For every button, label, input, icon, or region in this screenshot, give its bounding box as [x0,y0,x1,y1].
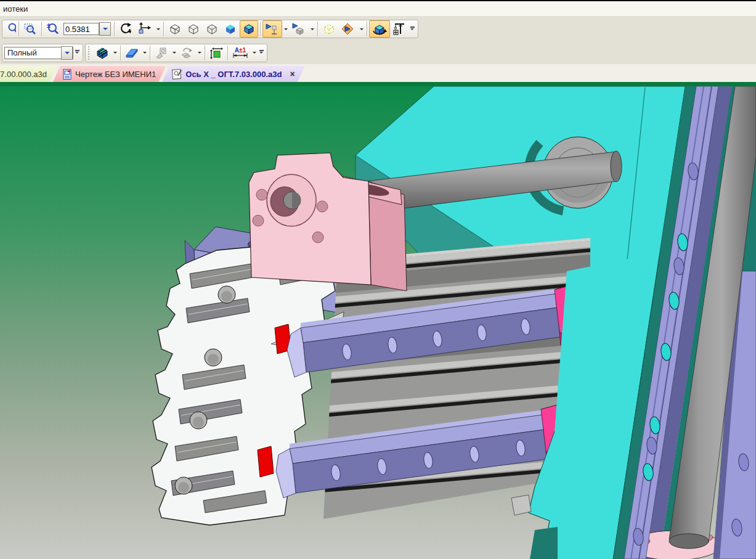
menu-bar: иотеки [0,1,756,17]
measure-cube-button[interactable] [207,44,226,62]
section-view-button[interactable] [338,20,358,38]
solid-wedge-button[interactable] [123,44,141,62]
view-mode-combobox[interactable]: Полный [4,47,73,59]
move-component-button[interactable] [177,44,196,62]
toolbar-overflow-button[interactable] [73,45,81,61]
wireframe-button[interactable] [166,20,184,38]
separator [260,22,261,36]
separator [120,46,121,60]
tab-label: Чертеж БЕЗ ИМЕНИ1 [75,70,156,79]
headlight-button[interactable] [289,20,309,38]
wireframe-no-hidden-button[interactable] [184,20,203,38]
orientation-button[interactable] [369,20,390,38]
section-hatch-dropdown[interactable] [112,45,118,61]
separator [114,22,115,36]
viewport-top-border [0,82,756,86]
pan-dropdown[interactable] [155,21,161,37]
rotate-view-button[interactable] [116,20,135,38]
tab-document-2[interactable]: Чертеж БЕЗ ИМЕНИ1 [53,66,166,82]
separator [18,22,19,36]
cad-model-canvas [0,86,756,559]
section-hatch-cube-icon [96,46,109,60]
separator [317,22,318,36]
headlight-icon [291,22,306,36]
zoom-by-frame-button[interactable] [21,20,39,38]
mate-constraint-dropdown[interactable] [171,45,177,61]
headlight-dropdown[interactable] [309,21,315,37]
tab-document-3-active[interactable]: Ось X _ ОГТ.7.03.000.a3d × [162,66,304,82]
section-hatch-cube-button[interactable] [93,44,112,62]
wireframe-thin-hidden-icon [205,22,219,36]
wireframe-no-hidden-icon [187,22,200,36]
pan-view-button[interactable] [135,20,155,38]
wireframe-thin-hidden-button[interactable] [203,20,221,38]
section-view-icon [341,22,356,36]
wireframe-cube-icon [168,22,182,36]
display-toolbar: Полный [0,41,756,64]
toolbar-overflow-button[interactable] [408,21,416,37]
drawing-document-icon [63,69,72,80]
tab-label: Ось X _ ОГТ.7.03.000.a3d [185,70,282,79]
scale-dropdown-button[interactable] [99,22,111,36]
rotate-view-icon [119,22,132,36]
toolbar-overflow-button[interactable] [258,45,265,61]
shaded-with-edges-icon [242,22,256,36]
zoom-by-frame-icon [23,22,37,36]
macro-crane-icon [392,22,406,36]
view-toolbar: ± [0,17,756,41]
assembly-document-icon [172,68,182,80]
mate-constraint-icon [155,46,168,60]
view-mode-value: Полный [7,48,37,57]
dimension-tolerance-dropdown[interactable] [251,45,258,61]
mate-constraint-button[interactable] [152,44,171,62]
tab-close-button[interactable]: × [290,69,295,79]
toolbar-grip[interactable] [88,46,91,60]
dimension-tolerance-icon: A±1 [235,47,246,53]
dimension-arrows-glyph [232,53,248,59]
document-tab-bar: Т.7.00.000.a3d Чертеж БЕЗ ИМЕНИ1 Ось X _… [0,64,756,82]
perspective-dropdown[interactable] [282,21,289,37]
tab-label: Т.7.00.000.a3d [0,70,47,79]
solid-wedge-dropdown[interactable] [141,45,148,61]
measure-cube-icon [209,46,223,60]
separator [205,46,205,60]
dimensions-cube-icon [322,22,336,36]
pan-view-icon [137,22,152,36]
separator [227,46,228,60]
dimensions-cube-button[interactable] [320,20,338,38]
perspective-light-icon [265,22,280,36]
separator [41,22,42,36]
scale-input[interactable] [63,23,99,35]
section-dropdown[interactable] [358,21,365,37]
separator [163,22,164,36]
move-component-icon [180,46,193,60]
shaded-with-edges-button[interactable] [240,20,258,38]
shaded-cube-icon [224,22,237,36]
shaded-button[interactable] [221,20,240,38]
zoom-in-out-button[interactable]: ± [44,20,62,38]
solid-wedge-icon [125,46,139,60]
macro-crane-button[interactable] [390,20,408,38]
view-mode-dropdown-button[interactable] [61,46,73,60]
3d-viewport[interactable] [0,86,756,559]
orientation-cube-icon [372,22,388,36]
dimension-tolerance-button[interactable]: A±1 [230,44,251,62]
zoom-in-icon [5,22,16,36]
zoom-in-button[interactable] [4,20,17,38]
selected-face-highlight-2[interactable] [258,446,274,477]
menu-item-libraries[interactable]: иотеки [3,4,28,14]
perspective-button[interactable] [262,20,282,38]
tab-document-1[interactable]: Т.7.00.000.a3d [0,66,57,82]
separator [367,22,367,36]
separator [150,46,150,60]
move-component-dropdown[interactable] [196,45,203,61]
column-notch [511,495,531,515]
